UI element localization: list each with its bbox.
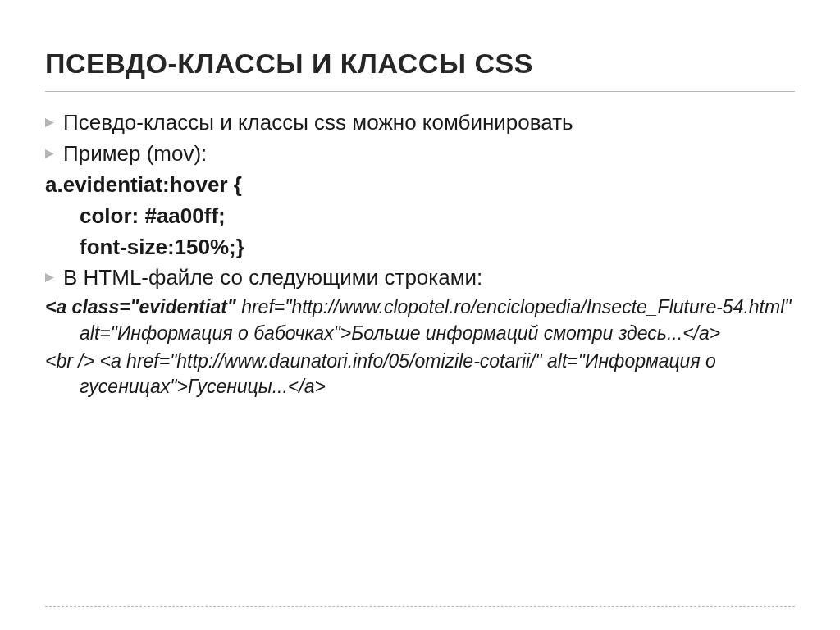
html-example-block: <br /> <a href="http://www.daunatori.inf… (45, 349, 795, 400)
triangle-bullet-icon (45, 263, 63, 282)
code-line: font-size:150%;} (80, 233, 795, 262)
bottom-divider (45, 606, 795, 607)
bullet-text: Псевдо-классы и классы css можно комбини… (63, 108, 795, 138)
triangle-bullet-icon (45, 139, 63, 158)
code-line: color: #aa00ff; (80, 202, 795, 231)
bullet-text: В HTML-файле со следующими строками: (63, 263, 795, 293)
bullet-text: Пример (mov): (63, 139, 795, 169)
svg-marker-0 (45, 118, 54, 127)
slide-content: Псевдо-классы и классы css можно комбини… (45, 108, 795, 400)
bullet-item: Псевдо-классы и классы css можно комбини… (45, 108, 795, 138)
bullet-item: Пример (mov): (45, 139, 795, 169)
html-example-block: <a class="evidentiat" href="http://www.c… (45, 294, 795, 346)
bullet-item: В HTML-файле со следующими строками: (45, 263, 795, 293)
slide-title: ПСЕВДО-КЛАССЫ И КЛАССЫ CSS (45, 48, 795, 92)
svg-marker-1 (45, 149, 54, 158)
svg-marker-2 (45, 273, 54, 282)
code-text: <a class="evidentiat" (45, 296, 236, 317)
code-text: <br /> <a href="http://www.daunatori.inf… (45, 350, 716, 398)
triangle-bullet-icon (45, 108, 63, 127)
code-line: a.evidentiat:hover { (45, 171, 795, 200)
